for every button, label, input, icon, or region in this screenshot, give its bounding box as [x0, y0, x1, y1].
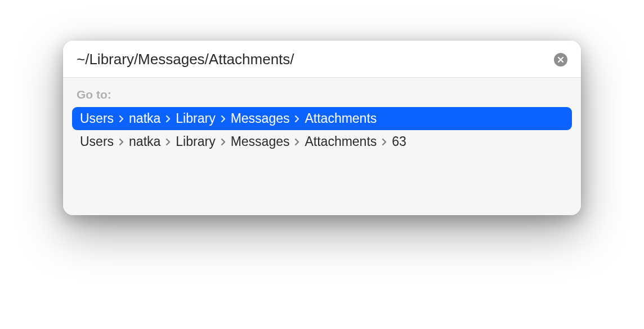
chevron-right-icon — [290, 115, 303, 123]
path-input[interactable] — [77, 51, 547, 68]
path-result-row[interactable]: UsersnatkaLibraryMessagesAttachments63 — [72, 130, 572, 153]
chevron-right-icon — [217, 115, 230, 123]
path-segment: Library — [176, 134, 215, 149]
path-segment: Messages — [231, 134, 290, 149]
path-segment: Messages — [231, 111, 290, 126]
path-segment: 63 — [392, 134, 406, 149]
input-row — [63, 41, 581, 78]
path-segment: natka — [129, 134, 160, 149]
chevron-right-icon — [162, 138, 175, 146]
chevron-right-icon — [162, 115, 175, 123]
path-segment: Library — [176, 111, 215, 126]
path-segment: Users — [80, 111, 114, 126]
goto-folder-dialog: Go to: UsersnatkaLibraryMessagesAttachme… — [63, 41, 581, 215]
chevron-right-icon — [217, 138, 230, 146]
path-segment: Users — [80, 134, 114, 149]
goto-label: Go to: — [72, 86, 572, 107]
chevron-right-icon — [115, 115, 128, 123]
chevron-right-icon — [290, 138, 303, 146]
results-list: UsersnatkaLibraryMessagesAttachmentsUser… — [72, 107, 572, 153]
close-icon — [557, 56, 564, 63]
path-segment: Attachments — [305, 134, 377, 149]
path-segment: natka — [129, 111, 160, 126]
chevron-right-icon — [115, 138, 128, 146]
clear-button[interactable] — [554, 53, 567, 66]
results-panel: Go to: UsersnatkaLibraryMessagesAttachme… — [63, 78, 581, 215]
path-result-row[interactable]: UsersnatkaLibraryMessagesAttachments — [72, 107, 572, 130]
path-segment: Attachments — [305, 111, 377, 126]
chevron-right-icon — [378, 138, 391, 146]
